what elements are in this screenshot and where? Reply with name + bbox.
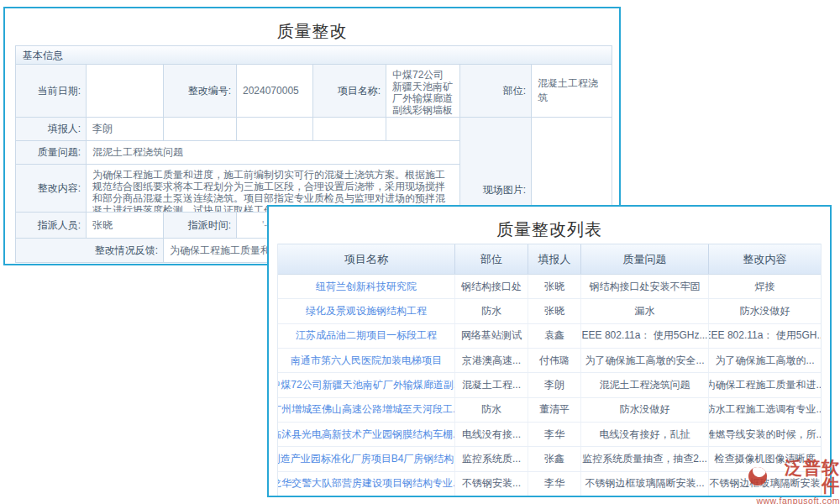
part-cell: 不锈钢安装... [455,472,528,496]
project-link[interactable]: 临沭县光电高新技术产业园钢膜结构车棚... [278,423,455,446]
assignee-field[interactable]: 张晓 [87,213,164,239]
part-cell: 网络基站测试 [455,324,528,348]
quality-issue-label: 质量问题: [16,141,87,165]
empty-cell [313,118,386,141]
empty-cell [386,118,460,141]
project-name-label: 项目名称: [313,65,386,118]
table-row: 制造产业园标准化厂房项目B4厂房钢结构... 监控系统质... 张鑫 监控系统质… [278,447,821,471]
reporter-cell: 李朗 [528,373,581,396]
list-header-row: 项目名称 部位 填报人 质量问题 整改内容 [278,244,821,275]
table-row: 中煤72公司新疆天池南矿厂外输煤廊道副... 混凝土工程... 李朗 混泥土工程… [278,373,821,397]
content-cell: 防水没做好 [709,299,821,323]
feedback-label: 整改情况反馈: [16,239,164,263]
reporter-cell: 张晓 [528,275,581,298]
issue-cell: 钢结构接口处安装不牢固 [581,275,709,298]
reporter-cell: 袁鑫 [528,324,581,348]
table-row: 江苏成品油二期项目一标段工程 网络基站测试 袁鑫 EEE 802.11a： 使用… [278,324,821,349]
rectification-list-table: 项目名称 部位 填报人 质量问题 整改内容 纽荷兰创新科技研究院 钢结构接口处 … [277,244,822,496]
quality-issue-field[interactable]: 混泥土工程浇筑问题 [87,141,460,165]
watermark-url: www.fanpusoft.com [748,496,840,504]
col-header-project: 项目名称 [278,244,455,274]
reporter-field[interactable]: 李朗 [87,118,164,141]
issue-cell: EEE 802.11a： 使用5GHz... [581,324,709,348]
rectify-content-label: 整改内容: [16,165,87,213]
content-cell: 为了确保施工高墩的... [709,349,821,372]
part-cell: 防水 [455,299,528,323]
project-name-field[interactable]: 中煤72公司新疆天池南矿厂外输煤廊道副线彩钢墙板安装专业分包工程 [386,65,460,118]
project-link[interactable]: 绿化及景观设施钢结构工程 [278,299,455,323]
reporter-cell: 董清平 [528,398,581,422]
col-header-reporter: 填报人 [528,244,581,274]
table-row: 广州增城至佛山高速公路增城至天河段工... 防水 董清平 防水没做好 防水工程施… [278,398,821,423]
project-link[interactable]: 南通市第六人民医院加装电梯项目 [278,349,455,372]
basic-info-section-header: 基本信息 [16,46,612,65]
reporter-cell: 李华 [528,423,581,446]
part-cell: 钢结构接口处 [455,275,528,298]
empty-cell [237,118,313,141]
part-label: 部位: [460,65,532,118]
project-link[interactable]: 江苏成品油二期项目一标段工程 [278,324,455,348]
issue-cell: 电线没有接好，乱扯 [581,423,709,446]
content-cell: 不锈钢边框玻璃隔断安装 [709,472,821,496]
col-header-part: 部位 [455,244,528,274]
assign-time-label: 指派时间: [164,213,237,239]
content-cell: 检查摄像机图像清晰度 [709,447,821,470]
table-row: 纽荷兰创新科技研究院 钢结构接口处 张晓 钢结构接口处安装不牢固 焊接 [278,275,821,299]
content-cell: 难燃导线安装的时候，所... [709,423,821,446]
form-title: 质量整改 [5,8,619,45]
current-date-field[interactable] [87,65,164,118]
issue-cell: 防水没做好 [581,398,709,422]
rectify-no-field[interactable]: 2024070005 [237,65,313,118]
project-link[interactable]: 中煤72公司新疆天池南矿厂外输煤廊道副... [278,373,455,396]
rectify-no-label: 整改编号: [164,65,237,118]
issue-cell: 为了确保施工高墩的安全... [581,349,709,372]
project-link[interactable]: 制造产业园标准化厂房项目B4厂房钢结构... [278,447,455,470]
reporter-cell: 张鑫 [528,447,581,470]
quality-rectification-list-panel: 质量整改列表 项目名称 部位 填报人 质量问题 整改内容 纽荷兰创新科技研究院 … [267,205,832,497]
assignee-label: 指派人员: [16,213,87,239]
part-cell: 防水 [455,398,528,422]
reporter-cell: 付伟璐 [528,349,581,372]
part-cell: 京港澳高速... [455,349,528,372]
part-cell: 混凝土工程... [455,373,528,396]
table-row: 南通市第六人民医院加装电梯项目 京港澳高速... 付伟璐 为了确保施工高墩的安全… [278,349,821,373]
col-header-content: 整改内容 [709,244,821,274]
part-cell: 电线没有接... [455,423,528,446]
content-cell: 防水工程施工选调有专业... [709,398,821,422]
issue-cell: 不锈钢边框玻璃隔断安装... [581,472,709,496]
part-field[interactable]: 混凝土工程浇筑 [532,65,612,118]
content-cell: 为确保工程施工质量和进... [709,373,821,396]
part-cell: 监控系统质... [455,447,528,470]
project-link[interactable]: 纽荷兰创新科技研究院 [278,275,455,298]
list-title: 质量整改列表 [269,207,830,244]
issue-cell: 混泥土工程浇筑问题 [581,373,709,396]
col-header-issue: 质量问题 [581,244,709,274]
reporter-label: 填报人: [16,118,87,141]
project-link[interactable]: 广州增城至佛山高速公路增城至天河段工... [278,398,455,422]
content-cell: 焊接 [709,275,821,298]
table-row: 临沭县光电高新技术产业园钢膜结构车棚... 电线没有接... 李华 电线没有接好… [278,423,821,447]
table-row: 龙华交警大队部营房建设项目钢结构专业... 不锈钢安装... 李华 不锈钢边框玻… [278,472,821,496]
reporter-cell: 张晓 [528,299,581,323]
empty-cell [164,118,237,141]
issue-cell: 漏水 [581,299,709,323]
issue-cell: 监控系统质量抽查，抽查2... [581,447,709,470]
current-date-label: 当前日期: [16,65,87,118]
reporter-cell: 李华 [528,472,581,496]
table-row: 绿化及景观设施钢结构工程 防水 张晓 漏水 防水没做好 [278,299,821,323]
project-link[interactable]: 龙华交警大队部营房建设项目钢结构专业... [278,472,455,496]
content-cell: EEE 802.11a： 使用5GH... [709,324,821,348]
